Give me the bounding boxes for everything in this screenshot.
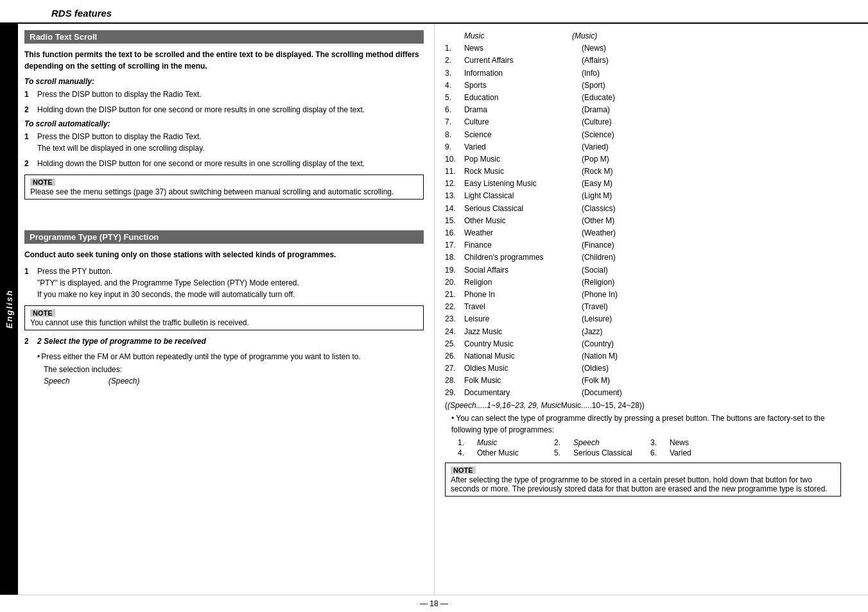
pty-num: 6.	[445, 104, 464, 116]
step-content-1: Press the DISP button to display the Rad…	[37, 89, 424, 100]
step2-bullet: Press either the FM or AM button repeate…	[37, 351, 424, 362]
manual-step-2: 2 Holding down the DISP button for one s…	[24, 104, 424, 115]
pty-items: 1.News(News)2.Current Affairs(Affairs)3.…	[445, 42, 841, 399]
pty-name: Easy Listening Music	[464, 178, 577, 190]
auto-step-num-2: 2	[24, 158, 35, 169]
pty-num: 20.	[445, 276, 464, 289]
pty-name: Social Affairs	[464, 264, 577, 276]
auto-step-2: 2 Holding down the DISP button for one s…	[24, 158, 424, 169]
pty-abbr: (Weather)	[577, 227, 841, 239]
pty-abbr: (Leisure)	[577, 313, 841, 325]
page: RDS features English Radio Text Scroll T…	[0, 0, 868, 612]
section1-note-text: Please see the menu settings (page 37) a…	[30, 187, 418, 196]
pty-num: 5.	[445, 92, 464, 104]
pty-abbr: (Science)	[577, 129, 841, 141]
pty-name: Other Music	[464, 215, 577, 227]
pty-num: 17.	[445, 239, 464, 251]
pty-abbr: (Rock M)	[577, 166, 841, 178]
pty-name: Science	[464, 129, 577, 141]
pty-abbr: (Travel)	[577, 301, 841, 313]
preset-row-2: 4. Other Music 5. Serious Classical 6. V…	[458, 448, 691, 457]
pty-name: Leisure	[464, 313, 577, 325]
pty-list-row: 26.National Music(Nation M)	[445, 350, 841, 362]
pty-header-abbr: (Music)	[567, 30, 841, 42]
music-note-italic: Music	[541, 401, 560, 410]
pty-name: Education	[464, 92, 577, 104]
pty-abbr: (Pop M)	[577, 153, 841, 166]
pty-abbr: (Children)	[577, 251, 841, 264]
pty-name: Phone In	[464, 289, 577, 301]
section2-header: Programme Type (PTY) Function	[24, 230, 424, 244]
pty-list-row: 17.Finance(Finance)	[445, 239, 841, 251]
pty-list-row: 4.Sports(Sport)	[445, 80, 841, 92]
pty-list-row: 3.Information(Info)	[445, 67, 841, 80]
pty-name: National Music	[464, 350, 577, 362]
pty-num: 3.	[445, 67, 464, 80]
pty-list-row: 21.Phone In(Phone In)	[445, 289, 841, 301]
right-note-label: NOTE	[451, 466, 476, 474]
step2-bullet-text: Press either the FM or AM button repeate…	[41, 351, 361, 362]
pty-list-row: 6.Drama(Drama)	[445, 104, 841, 116]
pty-header-row: Music (Music)	[445, 30, 841, 42]
pty-abbr: (Classics)	[577, 203, 841, 215]
preset-5-num: 5.	[554, 448, 573, 457]
pty-abbr: (Info)	[577, 67, 841, 80]
pty-name: Current Affairs	[464, 55, 577, 67]
pty-abbr: (Social)	[577, 264, 841, 276]
pty-abbr: (Culture)	[577, 116, 841, 128]
pty-header-spacer	[445, 30, 464, 42]
pty-list-row: 16.Weather(Weather)	[445, 227, 841, 239]
right-column: Music (Music) 1.News(News)2.Current Affa…	[435, 24, 851, 595]
pty-list-row: 18.Children's programmes(Children)	[445, 251, 841, 264]
music-note-rest: Music.....10~15, 24~28)	[561, 401, 642, 410]
pty-list-row: 10.Pop Music(Pop M)	[445, 153, 841, 166]
pty-list-row: 28.Folk Music(Folk M)	[445, 375, 841, 387]
pty-num: 26.	[445, 350, 464, 362]
pty-abbr: (Easy M)	[577, 178, 841, 190]
pty-header-name: Music	[464, 30, 567, 42]
pty-num: 19.	[445, 264, 464, 276]
speech-indent: Speech (Speech)	[44, 377, 424, 386]
pty-abbr: (Document)	[577, 387, 841, 399]
pty-abbr: (Folk M)	[577, 375, 841, 387]
right-note-text: After selecting the type of programme to…	[451, 475, 835, 493]
pty-abbr: (Religion)	[577, 276, 841, 289]
auto-step-num-1: 1	[24, 131, 35, 154]
pty-num: 15.	[445, 215, 464, 227]
pty-step-2-heading: 2 2 Select the type of programme to be r…	[24, 336, 424, 347]
speech-label: Speech	[44, 377, 70, 386]
step-content-2: Holding down the DISP button for one sec…	[37, 104, 424, 115]
preset-2-num: 2.	[554, 438, 573, 447]
pty-name: Jazz Music	[464, 326, 577, 338]
pty-num: 1.	[445, 42, 464, 55]
preset-2-label: Speech	[573, 438, 650, 447]
pty-name: Sports	[464, 80, 577, 92]
pty-abbr: (Light M)	[577, 190, 841, 202]
pty-list-row: 27.Oldies Music(Oldies)	[445, 362, 841, 375]
auto-step-content-1: Press the DISP button to display the Rad…	[37, 131, 424, 154]
pty-num: 11.	[445, 166, 464, 178]
pty-list-row: 20.Religion(Religion)	[445, 276, 841, 289]
content-area: English Radio Text Scroll This function …	[0, 24, 868, 595]
section2-note: NOTE You cannot use this function whilst…	[24, 305, 424, 330]
preset-6-label: Varied	[670, 448, 691, 457]
pty-list-row: 1.News(News)	[445, 42, 841, 55]
pty-name: Pop Music	[464, 153, 577, 166]
pty-list-row: 9.Varied(Varied)	[445, 141, 841, 153]
pty-abbr: (Other M)	[577, 215, 841, 227]
pty-list-row: 2.Current Affairs(Affairs)	[445, 55, 841, 67]
pty-name: Serious Classical	[464, 203, 577, 215]
auto-step-1: 1 Press the DISP button to display the R…	[24, 131, 424, 154]
section2-note-label: NOTE	[30, 309, 55, 317]
pty-num: 8.	[445, 129, 464, 141]
section2-intro: Conduct auto seek tuning only on those s…	[24, 249, 424, 260]
pty-abbr: (Drama)	[577, 104, 841, 116]
preset-4-num: 4.	[458, 448, 477, 457]
pty-name: Light Classical	[464, 190, 577, 202]
pty-name: Documentary	[464, 387, 577, 399]
pty-num: 27.	[445, 362, 464, 375]
pty-num: 2.	[445, 55, 464, 67]
pty-name: Travel	[464, 301, 577, 313]
pty-num: 21.	[445, 289, 464, 301]
pty-list-row: 15.Other Music(Other M)	[445, 215, 841, 227]
